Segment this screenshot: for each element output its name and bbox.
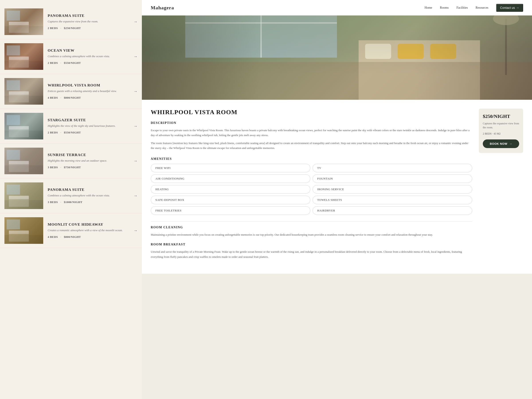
room-info: PANORAMA SUITECombines a calming atmosph… [43,188,133,204]
amenity-tag: FOUNTAIN [313,174,472,183]
room-info: WHIRLPOOL VISTA ROOMEntices guests with … [43,83,133,100]
svg-rect-18 [9,126,29,129]
amenity-tag: TV [313,164,472,172]
amenities-heading: AMENITIES [151,157,472,161]
nav-arrow-icon: → [133,159,137,163]
svg-rect-14 [7,80,20,90]
room-description: Entices guests with a relaxing amenity a… [48,89,129,93]
room-cleaning-section: ROOM CLEANING Maintaining a pristine env… [151,226,472,237]
room-breakfast-text: Unwind and savor the tranquility of a Pr… [151,249,472,259]
amenity-tag: SAFE-DEPOSIT BOX [151,196,310,204]
nav-rooms[interactable]: Rooms [440,6,449,10]
room-list-item[interactable]: MOONLIT COVE HIDEAWAYCreates a romantic … [0,213,142,248]
nav-home[interactable]: Home [424,6,432,10]
arrow-right-icon: → [516,6,519,10]
separator: · [60,26,62,30]
price-sidebar: $250/NIGHT Captures the expansive view f… [479,109,523,265]
main-content: WHIRLPOOL VISTA ROOM DESCRIPTION Escape … [142,100,532,274]
beds-label: 4 BEDS [48,235,58,239]
room-name: WHIRLPOOL VISTA ROOM [48,83,129,88]
nav-links: Home Rooms Facilities Resources Contact … [424,4,523,12]
svg-rect-24 [7,150,20,160]
beds-label: 2 BEDS [48,131,58,134]
contact-button[interactable]: Contact us → [496,4,523,12]
svg-rect-28 [9,196,29,199]
svg-rect-19 [7,115,20,125]
room-meta: 3 BEDS · $1000/NIGHT [48,200,129,204]
svg-rect-23 [9,161,29,164]
amenity-tag: AIR CONDITIONING [151,174,310,183]
price-label: $1000/NIGHT [64,200,82,204]
amenities-grid: FREE WIFITVAIR CONDITIONINGFOUNTAINHEATI… [151,164,472,215]
price-label: $800/NIGHT [64,96,81,99]
beds-count: 2 BEDS [483,132,492,135]
separator: · [60,96,62,99]
svg-rect-33 [9,231,29,234]
room-cleaning-heading: ROOM CLEANING [151,226,472,229]
room-name: OCEAN VIEW [48,48,129,53]
description-paragraph-1: Escape to your own private oasis in the … [151,128,472,138]
book-now-button[interactable]: BOOK NOW → [483,139,519,148]
room-meta: 4 BEDS · $800/NIGHT [48,235,129,239]
price-description: Captures the expansive view from the roo… [483,121,519,129]
amenity-tag: HEATING [151,185,310,194]
amenity-tag: IRONING SERVICE [313,185,472,194]
nav-facilities[interactable]: Facilities [456,6,468,10]
amenity-tag: HAIRDRYER [313,206,472,215]
room-info: MOONLIT COVE HIDEAWAYCreates a romantic … [43,222,133,239]
room-detail-title: WHIRLPOOL VISTA ROOM [151,109,472,116]
room-meta: 2 BEDS · $550/NIGHT [48,131,129,134]
room-name: PANORAMA SUITE [48,13,129,18]
price-label: $250/NIGHT [64,26,81,30]
room-detail-panel: Mahagera Home Rooms Facilities Resources… [142,0,532,399]
description-section: DESCRIPTION Escape to your own private o… [151,121,472,151]
room-thumbnail [4,8,43,35]
content-layout: WHIRLPOOL VISTA ROOM DESCRIPTION Escape … [151,109,523,265]
room-list-item[interactable]: OCEAN VIEWCombines a calming atmosphere … [0,39,142,74]
room-name: PANORAMA SUITE [48,188,129,192]
separator: · [60,235,62,239]
beds-label: 3 BEDS [48,200,58,204]
nav-arrow-icon: → [133,124,137,129]
room-name: MOONLIT COVE HIDEAWAY [48,222,129,227]
room-meta-info: 2 BEDS · 43 M2 [483,132,519,135]
svg-rect-29 [7,185,20,195]
amenity-tag: FREE WIFI [151,164,310,172]
beds-label: 2 BEDS [48,61,58,64]
nav-arrow-icon: → [133,228,137,233]
room-name: SUNRISE TERRACE [48,153,129,157]
price-card: $250/NIGHT Captures the expansive view f… [479,109,523,153]
room-list-item[interactable]: WHIRLPOOL VISTA ROOMEntices guests with … [0,74,142,109]
room-description: Highlights the morning view and an outdo… [48,159,129,163]
room-list-item[interactable]: PANORAMA SUITECombines a calming atmosph… [0,178,142,213]
room-detail-main: WHIRLPOOL VISTA ROOM DESCRIPTION Escape … [151,109,472,265]
nav-arrow-icon: → [133,89,137,94]
description-paragraph-2: The room features [mention key features … [151,141,472,151]
room-thumbnail [4,217,43,244]
room-meta: 4 BEDS · $800/NIGHT [48,96,129,100]
svg-rect-9 [7,45,20,55]
room-breakfast-heading: ROOM BREAKFAST [151,243,472,246]
room-list-item[interactable]: STARGAZER SUITEHighlights the view of th… [0,109,142,144]
nav-resources[interactable]: Resources [476,6,488,10]
room-size: 43 M2 [494,132,501,135]
room-info: OCEAN VIEWCombines a calming atmosphere … [43,48,133,65]
room-list-item[interactable]: SUNRISE TERRACEHighlights the morning vi… [0,144,142,178]
price-label: $550/NIGHT [64,131,81,134]
svg-rect-3 [9,22,29,25]
room-description: Highlights the view of the night sky and… [48,124,129,128]
amenities-section: AMENITIES FREE WIFITVAIR CONDITIONINGFOU… [151,157,472,215]
room-description: Creates a romantic atmosphere with a vie… [48,228,129,232]
beds-label: 4 BEDS [48,96,58,99]
svg-rect-4 [7,11,20,21]
room-list-panel: PANORAMA SUITECaptures the expansive vie… [0,0,142,399]
room-thumbnail [4,148,43,174]
room-list-item[interactable]: PANORAMA SUITECaptures the expansive vie… [0,4,142,39]
room-meta: 2 BEDS · $250/NIGHT [48,26,129,30]
room-info: SUNRISE TERRACEHighlights the morning vi… [43,153,133,169]
separator: · [60,131,62,134]
amenity-tag: TOWELS SHEETS [313,196,472,204]
room-description: Combines a calming atmosphere with the o… [48,55,129,58]
room-hero-image [142,16,532,100]
room-thumbnail [4,43,43,70]
